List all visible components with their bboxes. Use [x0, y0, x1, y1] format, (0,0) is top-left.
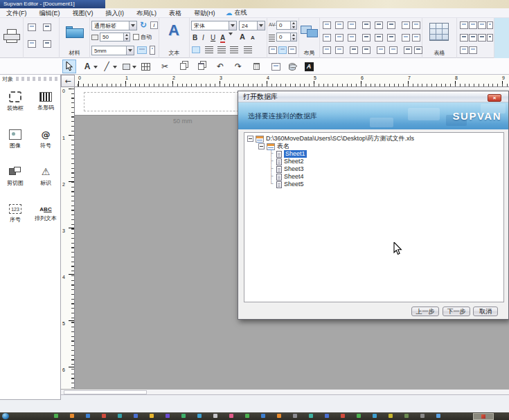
menu-layout[interactable]: 布局(L) — [130, 8, 163, 18]
tape-spacing-select[interactable]: 5mm — [91, 46, 134, 55]
taskbar-app-icon[interactable] — [436, 414, 440, 418]
spinner-icon[interactable] — [123, 33, 130, 41]
table-tool-icon[interactable] — [429, 23, 449, 41]
align-bottom-edges-button[interactable] — [387, 21, 395, 29]
tree-sheet-row[interactable]: ├ Sheet4 — [244, 173, 503, 181]
menu-edit[interactable]: 编辑(E) — [33, 8, 66, 18]
bold-button[interactable]: B — [193, 34, 197, 42]
unlock-button[interactable] — [414, 46, 422, 54]
spinner-icon[interactable] — [290, 21, 296, 29]
dialog-close-button[interactable]: × — [488, 94, 501, 102]
taskbar-app-icon[interactable] — [420, 414, 425, 418]
tree-root-row[interactable]: D:\360MoveData\Users\SC\Desktop\药方测试文件.x… — [244, 135, 503, 143]
dropdown-arrow-icon[interactable] — [129, 21, 136, 30]
windows-taskbar[interactable] — [0, 412, 509, 420]
align-right-button[interactable] — [217, 46, 226, 53]
sidebar-item-clipart[interactable]: 剪切图 — [0, 158, 30, 195]
menu-insert[interactable]: 插入(I) — [100, 8, 131, 18]
bring-front-button[interactable] — [362, 34, 370, 42]
next-step-button[interactable]: 下一步 — [443, 307, 470, 316]
cut-button[interactable]: ✂ — [158, 60, 172, 73]
sidebar-item-symbol[interactable]: @ 符号 — [30, 120, 61, 158]
taskbar-app-icon[interactable] — [261, 414, 265, 418]
cancel-button[interactable]: 取消 — [473, 307, 498, 316]
taskbar-app-icon[interactable] — [102, 414, 106, 418]
sidebar-item-barcode[interactable]: 条形码 — [30, 83, 61, 120]
taskbar-app-icon[interactable] — [181, 414, 186, 418]
print-button[interactable] — [3, 29, 20, 43]
open-document-button[interactable] — [43, 24, 51, 31]
taskbar-app-icon[interactable] — [213, 414, 217, 418]
font-color-button[interactable]: A — [220, 34, 225, 43]
paste-button[interactable] — [194, 60, 208, 73]
taskbar-app-icon[interactable] — [245, 414, 249, 418]
refresh-icon[interactable]: ↻ — [140, 20, 147, 30]
taskbar-app-icon[interactable] — [309, 414, 313, 418]
distribute-h-button[interactable] — [402, 21, 410, 29]
database-button[interactable] — [285, 60, 299, 73]
dropdown-arrow-icon[interactable] — [126, 46, 134, 55]
redo-button[interactable]: ↷ — [231, 60, 245, 73]
undo-button[interactable]: ↶ — [213, 60, 227, 73]
table-insert-tool[interactable] — [139, 60, 152, 73]
tree-group-row[interactable]: 表名 — [244, 143, 503, 150]
taskbar-app-icon[interactable] — [166, 414, 170, 418]
same-height-button[interactable] — [335, 34, 343, 42]
rotate-ccw-button[interactable] — [323, 46, 331, 54]
merge-cells-button[interactable] — [478, 34, 486, 42]
insert-row-above-button[interactable] — [460, 21, 468, 29]
shape-tool[interactable] — [119, 60, 133, 73]
dropdown-arrow-icon[interactable] — [113, 66, 117, 69]
select-tool-button[interactable] — [62, 60, 76, 73]
taskbar-app-icon[interactable] — [357, 414, 361, 418]
align-v-center-button[interactable] — [375, 21, 383, 29]
cell-border-button[interactable] — [460, 46, 468, 54]
flip-h-button[interactable] — [350, 46, 358, 54]
font-size-select[interactable]: 24 — [239, 21, 265, 30]
info-icon[interactable]: i — [150, 21, 158, 29]
tree-sheet-row[interactable]: ├ Sheet2 — [244, 158, 503, 165]
database-tree-panel[interactable]: D:\360MoveData\Users\SC\Desktop\药方测试文件.x… — [244, 132, 504, 302]
align-top-edges-button[interactable] — [362, 21, 370, 29]
copy-button[interactable] — [176, 60, 190, 73]
flip-v-button[interactable] — [362, 46, 370, 54]
taskbar-app-icon[interactable] — [325, 414, 329, 418]
font-family-select[interactable]: 宋体 — [191, 21, 237, 30]
send-back-button[interactable] — [375, 34, 383, 42]
taskbar-app-icon[interactable] — [150, 414, 154, 418]
menu-view[interactable]: 视图(V) — [66, 8, 100, 18]
insert-row-below-button[interactable] — [469, 21, 477, 29]
align-justify-button[interactable] — [230, 46, 238, 53]
sidebar-item-arranged-text[interactable]: ABC 排列文本 — [30, 195, 61, 232]
italic-button[interactable]: I — [202, 34, 204, 42]
menu-help[interactable]: 帮助(H) — [188, 8, 222, 18]
taskbar-app-icon[interactable] — [373, 414, 377, 418]
tree-sheet-row[interactable]: └ Sheet5 — [244, 181, 503, 188]
same-size-button[interactable] — [348, 34, 356, 42]
dropdown-arrow-icon[interactable] — [132, 66, 136, 69]
collapse-icon[interactable] — [247, 136, 253, 142]
fit-width-button[interactable] — [377, 46, 385, 54]
group-button[interactable] — [402, 34, 410, 42]
taskbar-app-icon[interactable] — [86, 414, 90, 418]
dialog-titlebar[interactable]: 打开数据库 — [238, 91, 508, 102]
spinner-icon[interactable] — [290, 33, 296, 41]
rotate-cw-button[interactable] — [335, 46, 343, 54]
taskbar-active-app[interactable] — [473, 413, 494, 420]
dropdown-arrow-icon[interactable] — [257, 21, 265, 30]
layout-tool-icon[interactable] — [301, 24, 319, 40]
shrink-font-button[interactable]: A — [251, 35, 255, 41]
line-spacing-input[interactable]: 0 — [276, 33, 297, 42]
same-width-button[interactable] — [323, 34, 331, 42]
insert-col-left-button[interactable] — [478, 21, 486, 29]
text-tool-icon[interactable]: A — [168, 22, 179, 39]
split-cells-button[interactable] — [487, 34, 493, 42]
insert-col-right-button[interactable] — [487, 21, 493, 29]
align-left-button[interactable] — [192, 46, 200, 53]
char-spacing-input[interactable]: 0 — [276, 21, 297, 30]
start-button[interactable] — [2, 413, 9, 419]
taskbar-app-icon[interactable] — [118, 414, 122, 418]
material-folder-icon[interactable] — [66, 26, 84, 39]
tape-flag-button[interactable] — [150, 46, 155, 55]
sidebar-item-image[interactable]: 图像 — [0, 120, 30, 158]
